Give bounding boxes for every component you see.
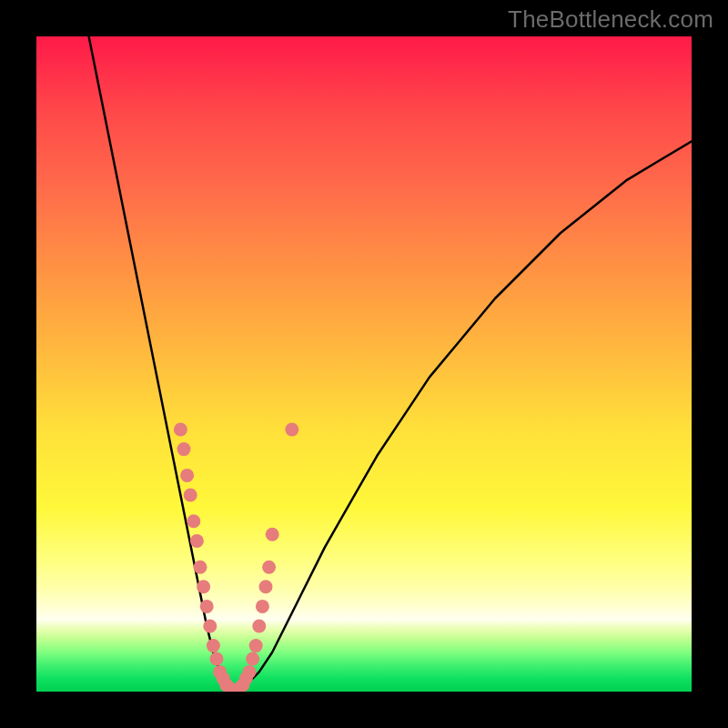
data-marker — [184, 489, 197, 502]
data-marker — [252, 620, 266, 633]
data-marker — [266, 528, 279, 541]
bottleneck-curve — [89, 36, 692, 692]
data-marker — [187, 514, 200, 528]
data-marker — [262, 561, 276, 574]
data-marker — [249, 639, 263, 652]
data-marker — [200, 600, 214, 613]
data-marker — [259, 580, 273, 593]
data-marker — [174, 423, 187, 437]
data-marker — [210, 652, 224, 666]
data-marker — [180, 469, 194, 482]
data-marker — [243, 665, 257, 679]
watermark-text: TheBottleneck.com — [508, 5, 713, 34]
data-marker — [207, 639, 220, 652]
chart-frame: TheBottleneck.com — [0, 0, 728, 728]
data-marker — [190, 534, 204, 548]
data-marker — [197, 580, 210, 593]
data-marker — [285, 423, 298, 437]
data-marker — [177, 442, 191, 456]
data-marker — [246, 652, 259, 666]
plot-area — [36, 36, 692, 692]
data-marker — [256, 600, 269, 613]
data-marker — [194, 561, 207, 574]
data-marker — [203, 620, 217, 633]
chart-svg — [36, 36, 692, 692]
